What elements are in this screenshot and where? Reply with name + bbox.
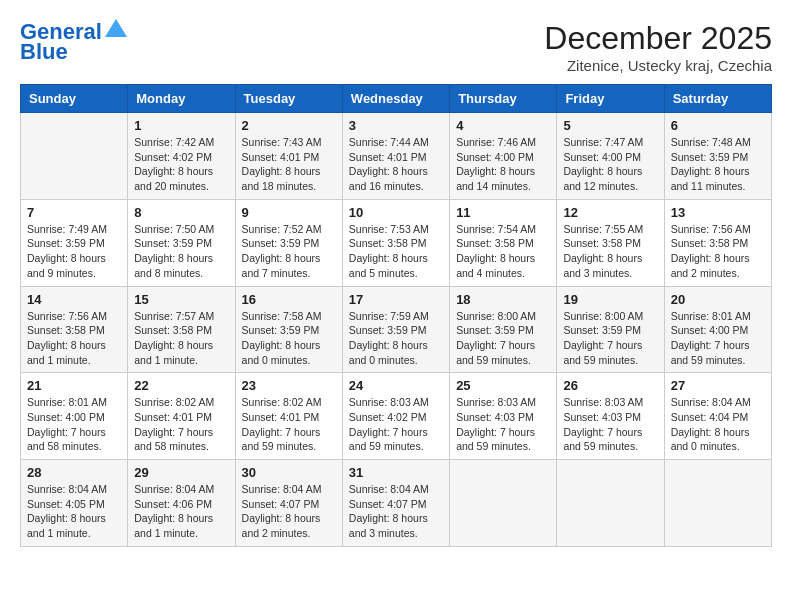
calendar-cell: 4Sunrise: 7:46 AM Sunset: 4:00 PM Daylig… <box>450 113 557 200</box>
day-info: Sunrise: 8:02 AM Sunset: 4:01 PM Dayligh… <box>242 395 336 454</box>
day-info: Sunrise: 7:55 AM Sunset: 3:58 PM Dayligh… <box>563 222 657 281</box>
day-number: 18 <box>456 292 550 307</box>
calendar-cell: 19Sunrise: 8:00 AM Sunset: 3:59 PM Dayli… <box>557 286 664 373</box>
calendar-header-cell: Sunday <box>21 85 128 113</box>
day-number: 11 <box>456 205 550 220</box>
day-number: 17 <box>349 292 443 307</box>
day-number: 29 <box>134 465 228 480</box>
day-info: Sunrise: 8:00 AM Sunset: 3:59 PM Dayligh… <box>563 309 657 368</box>
calendar-cell: 11Sunrise: 7:54 AM Sunset: 3:58 PM Dayli… <box>450 199 557 286</box>
calendar-header-cell: Friday <box>557 85 664 113</box>
calendar-cell: 18Sunrise: 8:00 AM Sunset: 3:59 PM Dayli… <box>450 286 557 373</box>
calendar-header-cell: Thursday <box>450 85 557 113</box>
calendar-cell: 9Sunrise: 7:52 AM Sunset: 3:59 PM Daylig… <box>235 199 342 286</box>
day-number: 31 <box>349 465 443 480</box>
day-info: Sunrise: 7:56 AM Sunset: 3:58 PM Dayligh… <box>671 222 765 281</box>
calendar-week-row: 21Sunrise: 8:01 AM Sunset: 4:00 PM Dayli… <box>21 373 772 460</box>
day-info: Sunrise: 7:54 AM Sunset: 3:58 PM Dayligh… <box>456 222 550 281</box>
day-info: Sunrise: 8:04 AM Sunset: 4:06 PM Dayligh… <box>134 482 228 541</box>
day-info: Sunrise: 8:04 AM Sunset: 4:05 PM Dayligh… <box>27 482 121 541</box>
title-block: December 2025 Zitenice, Ustecky kraj, Cz… <box>544 20 772 74</box>
calendar-cell: 15Sunrise: 7:57 AM Sunset: 3:58 PM Dayli… <box>128 286 235 373</box>
day-number: 13 <box>671 205 765 220</box>
calendar-cell: 12Sunrise: 7:55 AM Sunset: 3:58 PM Dayli… <box>557 199 664 286</box>
calendar-cell: 30Sunrise: 8:04 AM Sunset: 4:07 PM Dayli… <box>235 460 342 547</box>
day-info: Sunrise: 7:42 AM Sunset: 4:02 PM Dayligh… <box>134 135 228 194</box>
day-info: Sunrise: 7:46 AM Sunset: 4:00 PM Dayligh… <box>456 135 550 194</box>
calendar-week-row: 14Sunrise: 7:56 AM Sunset: 3:58 PM Dayli… <box>21 286 772 373</box>
day-info: Sunrise: 7:53 AM Sunset: 3:58 PM Dayligh… <box>349 222 443 281</box>
day-number: 15 <box>134 292 228 307</box>
day-info: Sunrise: 7:57 AM Sunset: 3:58 PM Dayligh… <box>134 309 228 368</box>
day-number: 30 <box>242 465 336 480</box>
day-info: Sunrise: 7:47 AM Sunset: 4:00 PM Dayligh… <box>563 135 657 194</box>
calendar-cell: 21Sunrise: 8:01 AM Sunset: 4:00 PM Dayli… <box>21 373 128 460</box>
day-info: Sunrise: 7:59 AM Sunset: 3:59 PM Dayligh… <box>349 309 443 368</box>
calendar-cell <box>664 460 771 547</box>
location: Zitenice, Ustecky kraj, Czechia <box>544 57 772 74</box>
calendar-week-row: 28Sunrise: 8:04 AM Sunset: 4:05 PM Dayli… <box>21 460 772 547</box>
calendar-cell: 26Sunrise: 8:03 AM Sunset: 4:03 PM Dayli… <box>557 373 664 460</box>
day-number: 5 <box>563 118 657 133</box>
day-number: 24 <box>349 378 443 393</box>
day-info: Sunrise: 8:00 AM Sunset: 3:59 PM Dayligh… <box>456 309 550 368</box>
calendar-header-cell: Monday <box>128 85 235 113</box>
day-info: Sunrise: 7:52 AM Sunset: 3:59 PM Dayligh… <box>242 222 336 281</box>
calendar-cell: 10Sunrise: 7:53 AM Sunset: 3:58 PM Dayli… <box>342 199 449 286</box>
day-number: 6 <box>671 118 765 133</box>
day-number: 12 <box>563 205 657 220</box>
calendar-cell: 7Sunrise: 7:49 AM Sunset: 3:59 PM Daylig… <box>21 199 128 286</box>
day-info: Sunrise: 8:04 AM Sunset: 4:04 PM Dayligh… <box>671 395 765 454</box>
day-info: Sunrise: 8:03 AM Sunset: 4:03 PM Dayligh… <box>563 395 657 454</box>
logo: General Blue <box>20 20 127 64</box>
calendar-cell: 25Sunrise: 8:03 AM Sunset: 4:03 PM Dayli… <box>450 373 557 460</box>
calendar-cell: 14Sunrise: 7:56 AM Sunset: 3:58 PM Dayli… <box>21 286 128 373</box>
day-info: Sunrise: 7:48 AM Sunset: 3:59 PM Dayligh… <box>671 135 765 194</box>
day-number: 3 <box>349 118 443 133</box>
calendar-cell <box>557 460 664 547</box>
calendar-cell: 1Sunrise: 7:42 AM Sunset: 4:02 PM Daylig… <box>128 113 235 200</box>
calendar-cell: 6Sunrise: 7:48 AM Sunset: 3:59 PM Daylig… <box>664 113 771 200</box>
calendar-cell <box>450 460 557 547</box>
day-number: 25 <box>456 378 550 393</box>
day-number: 14 <box>27 292 121 307</box>
calendar-cell: 16Sunrise: 7:58 AM Sunset: 3:59 PM Dayli… <box>235 286 342 373</box>
calendar-cell: 20Sunrise: 8:01 AM Sunset: 4:00 PM Dayli… <box>664 286 771 373</box>
day-number: 1 <box>134 118 228 133</box>
calendar-body: 1Sunrise: 7:42 AM Sunset: 4:02 PM Daylig… <box>21 113 772 547</box>
calendar-week-row: 7Sunrise: 7:49 AM Sunset: 3:59 PM Daylig… <box>21 199 772 286</box>
day-number: 7 <box>27 205 121 220</box>
calendar-cell: 8Sunrise: 7:50 AM Sunset: 3:59 PM Daylig… <box>128 199 235 286</box>
calendar-header-row: SundayMondayTuesdayWednesdayThursdayFrid… <box>21 85 772 113</box>
calendar-week-row: 1Sunrise: 7:42 AM Sunset: 4:02 PM Daylig… <box>21 113 772 200</box>
calendar-header-cell: Saturday <box>664 85 771 113</box>
day-number: 23 <box>242 378 336 393</box>
day-number: 16 <box>242 292 336 307</box>
day-number: 8 <box>134 205 228 220</box>
calendar-header-cell: Tuesday <box>235 85 342 113</box>
calendar-cell <box>21 113 128 200</box>
calendar-cell: 13Sunrise: 7:56 AM Sunset: 3:58 PM Dayli… <box>664 199 771 286</box>
day-number: 19 <box>563 292 657 307</box>
calendar-cell: 31Sunrise: 8:04 AM Sunset: 4:07 PM Dayli… <box>342 460 449 547</box>
day-info: Sunrise: 7:56 AM Sunset: 3:58 PM Dayligh… <box>27 309 121 368</box>
day-info: Sunrise: 7:58 AM Sunset: 3:59 PM Dayligh… <box>242 309 336 368</box>
day-number: 4 <box>456 118 550 133</box>
calendar-cell: 17Sunrise: 7:59 AM Sunset: 3:59 PM Dayli… <box>342 286 449 373</box>
logo-icon <box>105 17 127 39</box>
calendar-cell: 24Sunrise: 8:03 AM Sunset: 4:02 PM Dayli… <box>342 373 449 460</box>
day-info: Sunrise: 8:03 AM Sunset: 4:02 PM Dayligh… <box>349 395 443 454</box>
day-info: Sunrise: 7:44 AM Sunset: 4:01 PM Dayligh… <box>349 135 443 194</box>
calendar-cell: 2Sunrise: 7:43 AM Sunset: 4:01 PM Daylig… <box>235 113 342 200</box>
day-number: 20 <box>671 292 765 307</box>
day-number: 10 <box>349 205 443 220</box>
svg-marker-0 <box>105 19 127 37</box>
day-info: Sunrise: 7:43 AM Sunset: 4:01 PM Dayligh… <box>242 135 336 194</box>
day-info: Sunrise: 8:03 AM Sunset: 4:03 PM Dayligh… <box>456 395 550 454</box>
day-info: Sunrise: 8:02 AM Sunset: 4:01 PM Dayligh… <box>134 395 228 454</box>
day-info: Sunrise: 8:01 AM Sunset: 4:00 PM Dayligh… <box>27 395 121 454</box>
day-info: Sunrise: 7:49 AM Sunset: 3:59 PM Dayligh… <box>27 222 121 281</box>
calendar-table: SundayMondayTuesdayWednesdayThursdayFrid… <box>20 84 772 547</box>
day-number: 9 <box>242 205 336 220</box>
day-number: 27 <box>671 378 765 393</box>
